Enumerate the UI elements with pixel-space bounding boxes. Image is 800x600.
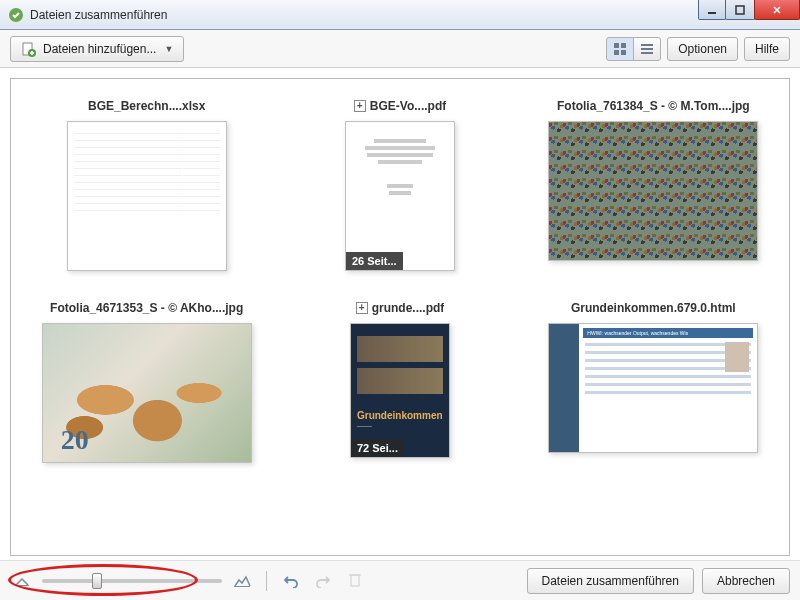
undo-button[interactable]	[279, 570, 303, 592]
cancel-button[interactable]: Abbrechen	[702, 568, 790, 594]
bottom-bar: Dateien zusammenführen Abbrechen	[0, 560, 800, 600]
svg-rect-5	[614, 43, 619, 48]
svg-rect-6	[621, 43, 626, 48]
file-thumbnail	[548, 121, 758, 261]
page-count-badge: 72 Sei...	[351, 439, 404, 457]
redo-button[interactable]	[311, 570, 335, 592]
titlebar: Dateien zusammenführen	[0, 0, 800, 30]
svg-rect-11	[641, 52, 653, 54]
file-thumbnail: Grundeinkommen ——— 72 Sei...	[350, 323, 450, 458]
help-button[interactable]: Hilfe	[744, 37, 790, 61]
svg-rect-2	[736, 6, 744, 14]
file-name: BGE_Berechn....xlsx	[88, 99, 205, 113]
close-button[interactable]	[754, 0, 800, 20]
slider-knob[interactable]	[92, 573, 102, 589]
list-icon	[640, 42, 654, 56]
options-button[interactable]: Optionen	[667, 37, 738, 61]
view-toggle	[606, 37, 661, 61]
zoom-in-icon[interactable]	[230, 570, 254, 592]
add-files-label: Dateien hinzufügen...	[43, 42, 156, 56]
expand-icon[interactable]: +	[356, 302, 368, 314]
file-name: Fotolia_761384_S - © M.Tom....jpg	[557, 99, 750, 113]
minimize-button[interactable]	[698, 0, 726, 20]
file-name: grunde....pdf	[372, 301, 445, 315]
grid-icon	[613, 42, 627, 56]
file-area: BGE_Berechn....xlsx + BGE-Vo....pdf 26 S…	[10, 78, 790, 556]
svg-rect-8	[621, 50, 626, 55]
svg-rect-14	[351, 575, 359, 586]
svg-rect-13	[234, 586, 250, 587]
file-name: Fotolia_4671353_S - © AKho....jpg	[50, 301, 243, 315]
combine-files-button[interactable]: Dateien zusammenführen	[527, 568, 694, 594]
file-thumbnail	[42, 323, 252, 463]
svg-rect-10	[641, 48, 653, 50]
dropdown-caret-icon: ▼	[164, 44, 173, 54]
file-tile[interactable]: Grundeinkommen.679.0.html HWWI: wachsend…	[532, 301, 775, 463]
toolbar: Dateien hinzufügen... ▼ Optionen Hilfe	[0, 30, 800, 68]
file-name: BGE-Vo....pdf	[370, 99, 446, 113]
svg-rect-1	[708, 12, 716, 14]
add-file-icon	[21, 41, 37, 57]
svg-rect-12	[15, 585, 29, 586]
list-view-button[interactable]	[633, 37, 661, 61]
expand-icon[interactable]: +	[354, 100, 366, 112]
file-tile[interactable]: Fotolia_4671353_S - © AKho....jpg	[25, 301, 268, 463]
file-tile[interactable]: Fotolia_761384_S - © M.Tom....jpg	[532, 99, 775, 271]
file-thumbnail: HWWI: wachsender Output, wachsendes Wis	[548, 323, 758, 453]
window-title: Dateien zusammenführen	[30, 8, 167, 22]
maximize-button[interactable]	[725, 0, 755, 20]
svg-rect-7	[614, 50, 619, 55]
page-count-badge: 26 Seit...	[346, 252, 403, 270]
thumbnail-view-button[interactable]	[606, 37, 634, 61]
file-tile[interactable]: + grunde....pdf Grundeinkommen ——— 72 Se…	[278, 301, 521, 463]
zoom-slider[interactable]	[42, 579, 222, 583]
svg-rect-9	[641, 44, 653, 46]
add-files-button[interactable]: Dateien hinzufügen... ▼	[10, 36, 184, 62]
file-name: Grundeinkommen.679.0.html	[571, 301, 736, 315]
file-tile[interactable]: BGE_Berechn....xlsx	[25, 99, 268, 271]
file-thumbnail: 26 Seit...	[345, 121, 455, 271]
file-tile[interactable]: + BGE-Vo....pdf 26 Seit...	[278, 99, 521, 271]
remove-button[interactable]	[343, 570, 367, 592]
zoom-out-icon[interactable]	[10, 570, 34, 592]
app-icon	[8, 7, 24, 23]
file-thumbnail	[67, 121, 227, 271]
